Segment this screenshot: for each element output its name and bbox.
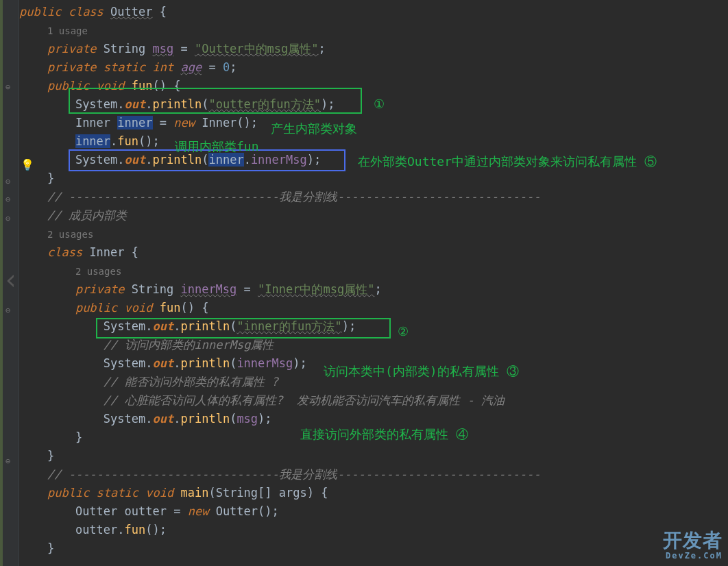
- field: innerMsg: [180, 282, 236, 296]
- fold-icon[interactable]: ⊖: [5, 302, 14, 310]
- class-name: Outter: [110, 5, 152, 19]
- brace: }: [47, 171, 54, 185]
- type: String: [104, 42, 153, 56]
- code-folding-chevron-icon[interactable]: ‹: [3, 271, 19, 289]
- comment: // ------------------------------我是分割线--…: [47, 190, 541, 204]
- annotation: 产生内部类对象: [271, 119, 357, 138]
- sys: System: [104, 412, 145, 426]
- kw-public: public: [75, 301, 125, 315]
- println: println: [180, 319, 230, 333]
- println: println: [180, 356, 230, 370]
- kw-class: class: [47, 245, 89, 259]
- comment: // 访问内部类的innerMsg属性: [104, 338, 274, 352]
- brace: {: [153, 5, 167, 19]
- semi: ;: [319, 42, 326, 56]
- kw-new: new: [188, 504, 216, 518]
- eq: =: [202, 60, 223, 74]
- field: innerMsg: [236, 356, 293, 370]
- kw-private: private: [75, 282, 132, 296]
- watermark-main: 开发者: [663, 533, 723, 548]
- semi: ;: [230, 60, 236, 74]
- class-name: Inner: [89, 245, 131, 259]
- param: args: [279, 486, 307, 500]
- annotation: ②: [398, 322, 409, 341]
- field: innerMsg: [251, 153, 307, 167]
- kw-void: void: [97, 79, 132, 93]
- out: out: [153, 412, 174, 426]
- method: fun: [160, 301, 181, 315]
- sys: System: [75, 97, 117, 111]
- brace: }: [47, 449, 54, 463]
- field: age: [180, 60, 202, 74]
- out: out: [153, 356, 174, 370]
- eq: =: [173, 42, 195, 56]
- out: out: [153, 319, 174, 333]
- kw-public: public: [47, 79, 97, 93]
- comment: // 成员内部类: [47, 208, 127, 222]
- brace: }: [47, 541, 54, 555]
- watermark: 开发者 DevZe.CoM: [663, 533, 723, 563]
- println: println: [180, 412, 230, 426]
- type: String: [132, 282, 181, 296]
- annotation: 调用内部类fun: [175, 137, 259, 156]
- ctor: Inner: [202, 116, 236, 130]
- num: 0: [223, 60, 230, 74]
- annotation: 在外部类Outter中通过内部类对象来访问私有属性 ⑤: [358, 152, 657, 171]
- usage-hint[interactable]: 1 usage: [47, 25, 88, 36]
- string: "Inner中的msg属性": [258, 282, 374, 296]
- annotation: ①: [374, 95, 385, 113]
- var: inner: [75, 134, 110, 148]
- out: out: [125, 97, 146, 111]
- kw-public: public: [47, 486, 97, 500]
- type: Inner: [75, 116, 117, 130]
- usage-hint[interactable]: 2 usages: [47, 229, 93, 240]
- sys: System: [75, 153, 117, 167]
- string: "outter的fun方法": [208, 97, 321, 111]
- annotation: 访问本类中(内部类)的私有属性 ③: [324, 362, 519, 380]
- brace: }: [75, 430, 82, 444]
- kw-int: int: [153, 60, 181, 74]
- var: outter: [75, 523, 117, 537]
- fold-icon[interactable]: ⊖: [5, 210, 14, 218]
- kw-void: void: [125, 301, 160, 315]
- sys: System: [104, 356, 145, 370]
- string: "Outter中的msg属性": [195, 42, 319, 56]
- kw-class: class: [69, 5, 110, 19]
- out: out: [125, 153, 146, 167]
- brace: {: [132, 245, 138, 259]
- fold-icon[interactable]: ⊖: [5, 190, 14, 199]
- method: fun: [132, 79, 153, 93]
- var: outter: [125, 504, 174, 518]
- println: println: [153, 97, 202, 111]
- var: inner: [117, 116, 152, 130]
- type: String[]: [216, 486, 279, 500]
- comment: // 心脏能否访问人体的私有属性? 发动机能否访问汽车的私有属性 - 汽油: [104, 393, 505, 407]
- type: Outter: [75, 504, 125, 518]
- field: msg: [153, 42, 174, 56]
- fold-icon[interactable]: ⊖: [5, 452, 14, 460]
- kw-private: private: [47, 42, 104, 56]
- comment: // ------------------------------我是分割线--…: [47, 467, 541, 481]
- string: "inner的fun方法": [236, 319, 341, 333]
- method: main: [180, 486, 208, 500]
- comment: // 能否访问外部类的私有属性 ?: [104, 375, 278, 389]
- method: fun: [125, 523, 146, 537]
- kw-static: static: [97, 486, 146, 500]
- field: msg: [236, 412, 258, 426]
- kw-private: private: [47, 60, 104, 74]
- watermark-sub: DevZe.CoM: [663, 548, 723, 563]
- ctor: Outter: [216, 504, 258, 518]
- method: fun: [117, 134, 138, 148]
- kw-static: static: [104, 60, 153, 74]
- kw-void: void: [145, 486, 180, 500]
- kw-new: new: [173, 116, 202, 130]
- paren: () {: [153, 79, 181, 93]
- code-editor[interactable]: public class Outter { 1 usage private St…: [19, 0, 728, 566]
- kw-public: public: [19, 5, 69, 19]
- annotation: 直接访问外部类的私有属性 ④: [300, 425, 468, 443]
- usage-hint[interactable]: 2 usages: [75, 266, 121, 277]
- fold-icon[interactable]: ⊖: [5, 78, 14, 86]
- sys: System: [104, 319, 145, 333]
- fold-icon[interactable]: ⊖: [5, 173, 14, 181]
